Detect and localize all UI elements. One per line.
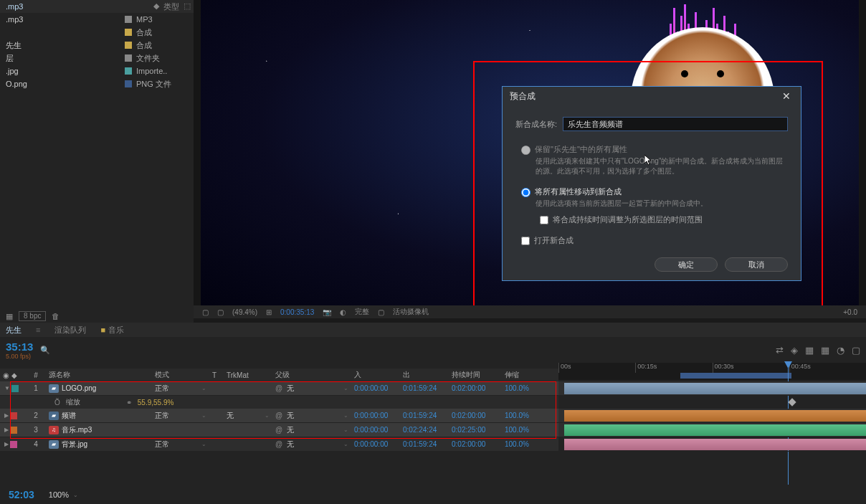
stretch[interactable]: 100.0% bbox=[502, 426, 538, 434]
radio-move-attributes[interactable] bbox=[521, 188, 530, 197]
blend-mode[interactable]: 正常 bbox=[155, 384, 169, 394]
out-time[interactable]: 0:01:59:24 bbox=[400, 440, 449, 448]
scale-value[interactable]: 55.9,55.9% bbox=[138, 399, 174, 406]
layer-bar-row[interactable] bbox=[558, 423, 866, 437]
close-icon[interactable]: ✕ bbox=[779, 89, 794, 103]
stopwatch-icon[interactable]: Ŏ bbox=[54, 399, 60, 406]
trkmat-value[interactable]: 无 bbox=[227, 411, 234, 421]
out-time[interactable]: 0:01:59:24 bbox=[400, 412, 449, 419]
current-timecode[interactable]: 35:13 bbox=[6, 341, 33, 353]
stretch[interactable]: 100.0% bbox=[502, 440, 538, 448]
layer-row[interactable]: ▶ 4 ▰背景.jpg 正常⌄ @无⌄ 0:00:00:00 0:01:59:2… bbox=[0, 437, 558, 452]
layer-bar[interactable] bbox=[564, 410, 866, 422]
stretch[interactable]: 100.0% bbox=[502, 412, 538, 419]
toolbar-icon[interactable]: ◐ bbox=[340, 308, 346, 316]
duration[interactable]: 0:02:00:00 bbox=[449, 412, 502, 419]
layer-name[interactable]: LOGO.png bbox=[62, 384, 96, 392]
parent-column-header[interactable]: 父级 bbox=[272, 370, 351, 380]
duration-column-header[interactable]: 持续时间 bbox=[449, 370, 502, 380]
project-item[interactable]: 先生合成 bbox=[0, 39, 194, 52]
out-time[interactable]: 0:02:24:24 bbox=[400, 426, 449, 434]
layer-row[interactable]: ▶ 2 ▰频谱 正常⌄ 无⌄ @无⌄ 0:00:00:00 0:01:59:24… bbox=[0, 409, 558, 423]
label-swatch[interactable] bbox=[10, 441, 17, 448]
keyframe-row[interactable] bbox=[558, 396, 866, 409]
chevron-down-icon[interactable]: ⌄ bbox=[343, 412, 348, 419]
project-item[interactable]: O.pngPNG 文件 bbox=[0, 77, 194, 90]
interpret-footage-icon[interactable]: ▦ bbox=[6, 312, 13, 321]
name-column-header[interactable]: 源名称 bbox=[46, 370, 152, 380]
new-comp-name-input[interactable] bbox=[563, 117, 788, 131]
stretch[interactable]: 100.0% bbox=[502, 384, 538, 392]
parent-value[interactable]: 无 bbox=[287, 411, 294, 421]
adjust-duration-checkbox[interactable] bbox=[540, 216, 548, 224]
layer-bar[interactable] bbox=[564, 383, 866, 394]
label-swatch[interactable] bbox=[11, 385, 19, 392]
cancel-button[interactable]: 取消 bbox=[725, 257, 788, 272]
twirl-icon[interactable]: ▶ bbox=[4, 412, 9, 419]
keyframe-icon[interactable] bbox=[788, 398, 796, 406]
open-new-comp-checkbox[interactable] bbox=[521, 237, 530, 245]
shy-icon[interactable]: ⇄ bbox=[776, 345, 784, 356]
mode-column-header[interactable]: 模式 bbox=[152, 370, 209, 380]
in-column-header[interactable]: 入 bbox=[351, 370, 400, 380]
in-time[interactable]: 0:00:00:00 bbox=[351, 412, 400, 419]
parent-value[interactable]: 无 bbox=[287, 425, 294, 435]
zoom-value[interactable]: (49.4%) bbox=[232, 308, 257, 316]
type-column-label[interactable]: 类型 bbox=[163, 1, 179, 12]
chevron-down-icon[interactable]: ⌄ bbox=[201, 441, 206, 447]
snapshot-icon[interactable]: 📷 bbox=[323, 308, 331, 316]
layer-name[interactable]: 频谱 bbox=[62, 411, 76, 421]
project-item[interactable]: 合成 bbox=[0, 26, 194, 39]
search-icon[interactable]: 🔍 bbox=[40, 346, 50, 355]
timeline-tab-music[interactable]: ■音乐 bbox=[100, 325, 124, 336]
trkmat-column-header[interactable]: TrkMat bbox=[224, 371, 272, 379]
chevron-down-icon[interactable]: ⌄ bbox=[265, 412, 270, 419]
pickwhip-icon[interactable]: @ bbox=[275, 384, 282, 392]
chevron-down-icon[interactable]: ⌄ bbox=[73, 492, 78, 498]
parent-value[interactable]: 无 bbox=[287, 439, 294, 450]
duration[interactable]: 0:02:00:00 bbox=[449, 440, 502, 448]
toolbar-icon[interactable]: ⊞ bbox=[266, 308, 272, 316]
twirl-icon[interactable]: ▶ bbox=[4, 441, 9, 448]
motionblur-icon[interactable]: ▦ bbox=[821, 345, 829, 356]
toolbar-icon[interactable]: ▢ bbox=[202, 308, 209, 316]
out-column-header[interactable]: 出 bbox=[400, 370, 449, 380]
ok-button[interactable]: 确定 bbox=[655, 257, 718, 272]
layer-name[interactable]: 音乐.mp3 bbox=[62, 425, 92, 435]
pickwhip-icon[interactable]: @ bbox=[275, 440, 282, 448]
duration[interactable]: 0:02:00:00 bbox=[449, 384, 502, 392]
duration[interactable]: 0:02:25:00 bbox=[449, 426, 502, 434]
layer-row[interactable]: ▼ 1 ▰LOGO.png 正常⌄ @无⌄ 0:00:00:00 0:01:59… bbox=[0, 381, 558, 396]
in-time[interactable]: 0:00:00:00 bbox=[351, 440, 400, 448]
frameblend-icon[interactable]: ▦ bbox=[805, 345, 814, 356]
blend-mode[interactable]: 正常 bbox=[155, 439, 169, 450]
radio-2-label[interactable]: 将所有属性移动到新合成 bbox=[535, 186, 622, 197]
toolbar-icon[interactable]: ▢ bbox=[852, 345, 860, 356]
preview-timecode[interactable]: 0:00:35:13 bbox=[280, 308, 314, 316]
layer-bar[interactable] bbox=[564, 424, 866, 436]
adjust-duration-row[interactable]: 将合成持续时间调整为所选图层的时间范围 bbox=[521, 214, 788, 225]
twirl-icon[interactable]: ▶ bbox=[4, 427, 9, 434]
twirl-icon[interactable]: ▼ bbox=[4, 385, 10, 392]
transform-scale-row[interactable]: Ŏ 缩放 ⚭ 55.9,55.9% bbox=[0, 396, 558, 409]
constrain-proportions-icon[interactable]: ⚭ bbox=[126, 399, 132, 406]
project-item[interactable]: 层文件夹 bbox=[0, 52, 194, 65]
layer-bar-row[interactable] bbox=[558, 409, 866, 423]
exposure-value[interactable]: +0.0 bbox=[843, 308, 857, 316]
out-time[interactable]: 0:01:59:24 bbox=[400, 384, 449, 392]
chevron-down-icon[interactable]: ⌄ bbox=[343, 385, 348, 391]
open-new-comp-row[interactable]: 打开新合成 bbox=[515, 235, 788, 246]
project-item[interactable]: .mp3MP3 bbox=[0, 13, 194, 26]
timeline-tab-render-queue[interactable]: 渲染队列 bbox=[54, 325, 86, 336]
label-swatch[interactable] bbox=[10, 412, 17, 419]
camera-select[interactable]: 活动摄像机 bbox=[393, 307, 429, 317]
in-time[interactable]: 0:00:00:00 bbox=[351, 384, 400, 392]
chevron-down-icon[interactable]: ⌄ bbox=[201, 385, 206, 391]
layer-name[interactable]: 背景.jpg bbox=[62, 439, 87, 450]
graph-editor-icon[interactable]: ◔ bbox=[837, 345, 844, 356]
stretch-column-header[interactable]: 伸缩 bbox=[502, 370, 538, 380]
blend-mode[interactable]: 正常 bbox=[155, 411, 169, 421]
chevron-down-icon[interactable]: ⌄ bbox=[343, 427, 348, 433]
zoom-select[interactable]: 100%⌄ bbox=[49, 490, 78, 499]
label-swatch[interactable] bbox=[10, 427, 17, 434]
